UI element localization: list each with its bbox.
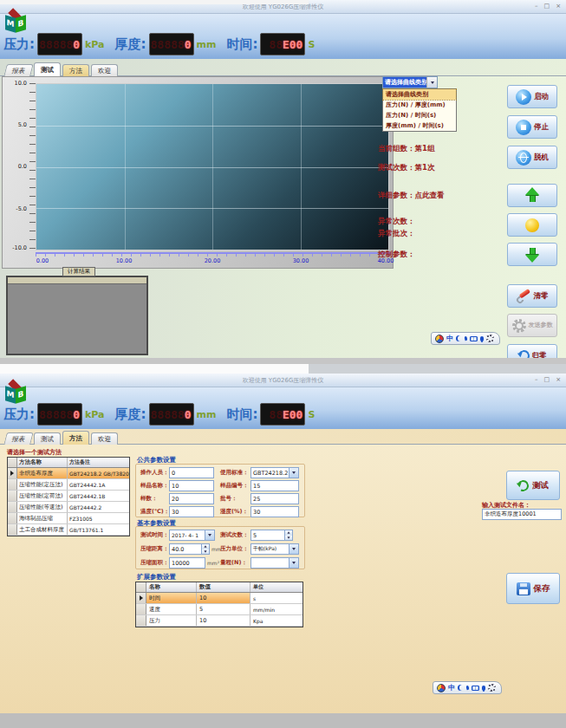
row-selector xyxy=(8,468,17,478)
range-select[interactable] xyxy=(250,557,290,569)
test-button[interactable]: 测试 xyxy=(506,471,560,500)
ime-fullwidth-icon[interactable] xyxy=(456,335,462,341)
pressure-unit-select[interactable]: 千帕(kPa) xyxy=(250,543,290,555)
ime-logo-icon xyxy=(435,335,444,343)
dropdown-option[interactable]: 压力(N) / 时间(s) xyxy=(383,110,456,120)
title-bar: 欢迎使用 YG026G压缩弹性仪 – □ × xyxy=(0,374,566,387)
test-date-select[interactable]: 2017- 4- 1 xyxy=(169,530,205,541)
wrench-icon xyxy=(517,289,531,303)
method-row[interactable]: 土工合成材料厚度 GB/T13761.1 xyxy=(8,524,129,536)
time-readout: 时间: 88888E00 S xyxy=(226,403,315,426)
operator-field[interactable]: 0 xyxy=(169,467,214,478)
spinner-icon[interactable] xyxy=(202,543,210,555)
method-row[interactable]: 压缩性能(等速法) GBT24442.2 xyxy=(8,502,129,513)
stop-button[interactable]: 停止 xyxy=(507,115,557,139)
dropdown-option[interactable]: 厚度(mm) / 时间(s) xyxy=(383,120,456,131)
tab-report[interactable]: 报表 xyxy=(3,64,33,76)
extended-param-row[interactable]: 时间 10 s xyxy=(136,593,303,604)
ime-toolbar[interactable]: 中 xyxy=(433,681,502,694)
move-up-button[interactable] xyxy=(507,184,557,207)
ime-language-indicator[interactable]: 中 xyxy=(446,335,453,343)
ime-language-indicator[interactable]: 中 xyxy=(448,684,455,692)
save-button[interactable]: 保存 xyxy=(506,573,560,604)
pressure-readout: 压力: 8888880 kPa xyxy=(3,403,105,426)
dropdown-icon[interactable] xyxy=(205,530,215,541)
dropdown-option[interactable]: 压力(N) / 厚度(mm) xyxy=(383,100,456,110)
temperature-field[interactable]: 30 xyxy=(169,506,214,517)
tab-test[interactable]: 测试 xyxy=(34,62,61,76)
curve-type-select[interactable]: 请选择曲线类别 xyxy=(382,76,438,88)
ime-settings-icon[interactable] xyxy=(488,684,496,692)
dropdown-icon[interactable] xyxy=(290,467,299,478)
tab-method[interactable]: 方法 xyxy=(62,64,89,76)
status-control-params: 控制参数： xyxy=(378,250,415,260)
combo-dropdown-icon[interactable] xyxy=(426,77,437,88)
column-header[interactable]: 方法备注 xyxy=(68,458,129,467)
humidity-field[interactable]: 30 xyxy=(250,506,299,517)
compress-area-label: 压缩面积： xyxy=(140,559,169,567)
thickness-readout: 厚度: 8888880 mm xyxy=(115,33,217,55)
pressure-unit: kPa xyxy=(85,39,105,50)
offline-button[interactable]: 脱机 xyxy=(507,146,557,169)
column-header[interactable]: 数值 xyxy=(197,582,250,592)
column-header[interactable]: 名称 xyxy=(146,582,197,592)
pause-button[interactable] xyxy=(507,213,557,237)
operator-label: 操作人员： xyxy=(140,469,169,477)
tab-test[interactable]: 测试 xyxy=(34,432,61,445)
method-row[interactable]: 压缩性能(定压法) GBT24442.1A xyxy=(8,479,129,491)
sample-name-field[interactable]: 10 xyxy=(169,480,214,491)
extended-param-row[interactable]: 速度 5 mm/min xyxy=(136,604,303,615)
time-led-display: 88888E00 xyxy=(260,33,305,55)
send-params-button[interactable]: 发送参数 xyxy=(507,314,557,337)
ime-toolbar[interactable]: 中 xyxy=(431,332,500,345)
compress-area-field[interactable]: 10000 xyxy=(169,557,205,569)
minimize-button[interactable]: – xyxy=(535,3,538,10)
status-detail-params-link[interactable]: 详细参数：点此查看 xyxy=(378,191,445,201)
dropdown-icon[interactable] xyxy=(290,543,299,555)
y-tick-label: 0.0 xyxy=(4,163,27,170)
ime-mic-icon[interactable] xyxy=(482,686,485,691)
dropdown-icon[interactable] xyxy=(290,557,299,569)
ime-keyboard-icon[interactable] xyxy=(472,686,479,691)
tab-welcome[interactable]: 欢迎 xyxy=(91,432,118,445)
ime-punctuation-icon[interactable] xyxy=(464,336,467,341)
method-select-hint: 请选择一个测试方法 xyxy=(7,448,62,457)
test-filename-input[interactable]: 非织造布厚度10001 xyxy=(482,509,562,520)
compress-distance-field[interactable]: 40.0 xyxy=(169,543,202,555)
minimize-button[interactable]: – xyxy=(535,376,538,383)
ime-settings-icon[interactable] xyxy=(486,335,494,342)
batch-field[interactable]: 25 xyxy=(250,493,299,504)
ime-keyboard-icon[interactable] xyxy=(470,336,478,341)
app-page: 欢迎使用 YG026G压缩弹性仪 – □ × M B 压力: 8888880 k… xyxy=(0,0,566,728)
tab-method[interactable]: 方法 xyxy=(62,431,89,445)
move-down-button[interactable] xyxy=(507,243,557,266)
start-button[interactable]: 启动 xyxy=(507,85,557,108)
standard-select[interactable]: GBT24218.2 GB/ xyxy=(250,467,290,478)
clear-button[interactable]: 清零 xyxy=(507,284,557,308)
maximize-button[interactable]: □ xyxy=(544,3,550,10)
ime-fullwidth-icon[interactable] xyxy=(458,685,464,691)
ime-mic-icon[interactable] xyxy=(480,336,484,341)
globe-icon xyxy=(516,150,531,166)
x-tick-label: 10.00 xyxy=(116,257,133,264)
column-header[interactable]: 方法名称 xyxy=(17,458,68,467)
dropdown-option[interactable]: 请选择曲线类别 xyxy=(383,89,456,100)
method-row[interactable]: 海绵制品压缩 FZ31005 xyxy=(8,513,129,524)
method-table-header: 方法名称 方法备注 xyxy=(8,458,129,468)
result-box-header xyxy=(8,277,146,284)
spinner-icon[interactable] xyxy=(285,530,293,541)
ime-punctuation-icon[interactable] xyxy=(465,686,469,691)
row-selector xyxy=(136,593,146,603)
close-button[interactable]: × xyxy=(556,376,561,383)
tab-report[interactable]: 报表 xyxy=(3,432,33,445)
count-field[interactable]: 20 xyxy=(169,493,214,504)
maximize-button[interactable]: □ xyxy=(544,376,550,383)
tab-welcome[interactable]: 欢迎 xyxy=(91,64,118,76)
sample-no-field[interactable]: 15 xyxy=(250,480,299,491)
method-row[interactable]: 压缩性能(定荷法) GBT24442.1B xyxy=(8,491,129,502)
extended-param-row[interactable]: 压力 10 Kpa xyxy=(136,615,303,627)
test-times-field[interactable]: 5 xyxy=(250,530,285,541)
column-header[interactable]: 单位 xyxy=(250,582,303,592)
close-button[interactable]: × xyxy=(556,3,561,10)
method-row[interactable]: 非织造布厚度 GBT24218.2 GB/T3820 xyxy=(8,468,129,479)
